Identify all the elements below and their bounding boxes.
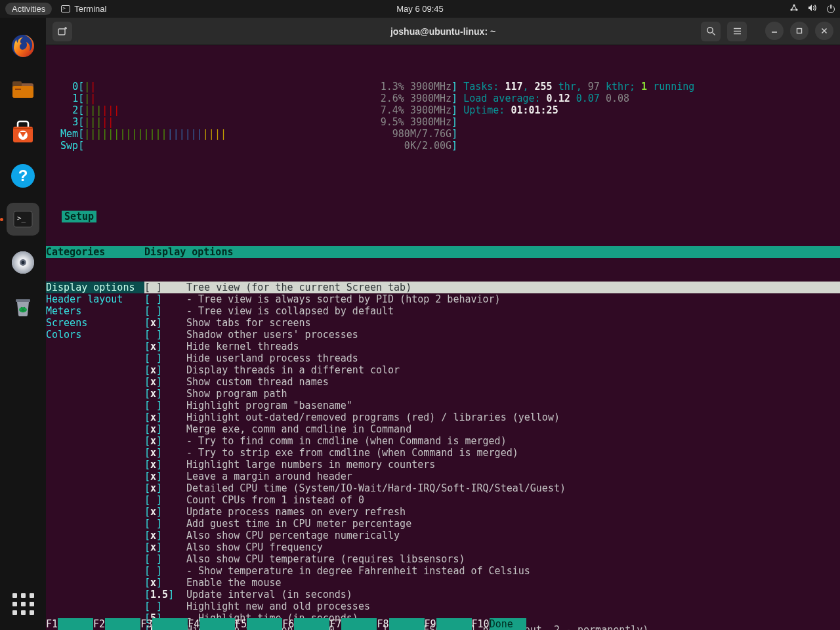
option-item[interactable]: [ ] Tree view (for the current Screen ta…	[144, 282, 840, 293]
fnkey[interactable]: F3	[140, 618, 188, 630]
fnkey[interactable]: F10Done	[472, 618, 526, 630]
option-item[interactable]: [x] Display threads in a different color	[144, 364, 840, 376]
option-item[interactable]: [x] Update process names on every refres…	[144, 506, 840, 518]
terminal-content[interactable]: 0[|| 1.3% 3900MHz] Tasks: 117, 255 thr, …	[46, 45, 840, 630]
setup-header: CategoriesDisplay options	[46, 246, 840, 258]
svg-point-17	[22, 261, 25, 264]
option-item[interactable]: [x] Hide kernel threads	[144, 341, 840, 352]
option-item[interactable]: [ ] Shadow other users' processes	[144, 329, 840, 341]
option-item[interactable]: [ ] Also show CPU temperature (requires …	[144, 553, 840, 565]
fnkey[interactable]: F4	[188, 618, 235, 630]
option-item[interactable]: [x] Show custom thread names	[144, 376, 840, 388]
fnkey[interactable]: F2	[93, 618, 140, 630]
svg-rect-18	[16, 299, 30, 302]
fnkey[interactable]: F8	[377, 618, 424, 630]
category-item[interactable]: Meters	[46, 305, 144, 317]
terminal-dock-icon[interactable]: >_	[7, 203, 39, 236]
category-item[interactable]: Screens	[46, 317, 144, 329]
power-icon[interactable]	[827, 5, 835, 13]
option-item[interactable]: [x] Detailed CPU time (System/IO-Wait/Ha…	[144, 482, 840, 494]
option-item[interactable]: [x] Merge exe, comm and cmdline in Comma…	[144, 423, 840, 435]
category-item[interactable]: Display options	[46, 282, 144, 293]
option-item[interactable]: [x] Highlight out-dated/removed programs…	[144, 411, 840, 423]
fnkey[interactable]: F7	[329, 618, 377, 630]
option-item[interactable]: [x] Show tabs for screens	[144, 317, 840, 329]
maximize-button[interactable]	[790, 22, 808, 40]
activities-button[interactable]: Activities	[5, 3, 52, 15]
fnkey[interactable]: F5	[235, 618, 282, 630]
option-item[interactable]: [x] Enable the mouse	[144, 577, 840, 589]
gnome-top-panel: Activities Terminal May 6 09:45	[0, 0, 840, 18]
option-item[interactable]: [x] - Try to strip exe from cmdline (whe…	[144, 447, 840, 459]
option-item[interactable]: [x] Also show CPU frequency	[144, 541, 840, 553]
files-icon[interactable]	[7, 73, 39, 106]
volume-icon[interactable]	[808, 3, 818, 14]
option-item[interactable]: [ ] - Tree view is collapsed by default	[144, 305, 840, 317]
fnkey[interactable]: F6	[282, 618, 329, 630]
svg-point-20	[707, 28, 712, 33]
svg-rect-19	[58, 29, 65, 35]
option-item[interactable]: [ ] Add guest time in CPU meter percenta…	[144, 518, 840, 530]
software-icon[interactable]	[7, 116, 39, 149]
show-apps-button[interactable]	[9, 589, 37, 618]
svg-rect-6	[12, 86, 33, 98]
option-item[interactable]: [ ] - Show temperature in degree Fahrenh…	[144, 565, 840, 577]
disc-icon[interactable]	[7, 246, 39, 279]
option-item[interactable]: [ ] Hide userland process threads	[144, 352, 840, 364]
fnkey[interactable]: F1	[46, 618, 93, 630]
category-item[interactable]: Colors	[46, 329, 144, 341]
svg-text:>_: >_	[17, 214, 26, 222]
svg-rect-5	[12, 81, 22, 87]
network-icon[interactable]	[789, 3, 799, 14]
svg-rect-7	[15, 89, 21, 90]
options-list[interactable]: [ ] Tree view (for the current Screen ta…	[144, 282, 840, 630]
option-item[interactable]: [x] Also show CPU percentage numerically	[144, 530, 840, 541]
terminal-icon	[61, 5, 70, 12]
help-icon[interactable]: ?	[7, 159, 39, 192]
function-key-bar: F1 F2 F3 F4 F5 F6 F7 F8 F9 F10Done	[46, 618, 840, 630]
option-item[interactable]: [ ] Highlight new and old processes	[144, 600, 840, 612]
option-item[interactable]: [x] Show program path	[144, 388, 840, 400]
close-button[interactable]	[815, 22, 833, 40]
option-item[interactable]: [ ] Highlight program "basename"	[144, 400, 840, 411]
option-item[interactable]: [x] - Try to find comm in cmdline (when …	[144, 435, 840, 447]
fnkey[interactable]: F9	[425, 618, 472, 630]
terminal-window: joshua@ubuntu-linux: ~ 0[||	[46, 18, 840, 630]
svg-rect-21	[797, 28, 802, 33]
dock: ? >_	[0, 18, 46, 630]
new-tab-button[interactable]	[52, 22, 72, 41]
window-title: joshua@ubuntu-linux: ~	[390, 26, 495, 37]
svg-text:?: ?	[18, 167, 28, 184]
option-item[interactable]: [ ] Count CPUs from 1 instead of 0	[144, 494, 840, 506]
category-item[interactable]: Header layout	[46, 293, 144, 305]
categories-list[interactable]: Display optionsHeader layoutMetersScreen…	[46, 282, 144, 630]
option-item[interactable]: [x] Highlight large numbers in memory co…	[144, 459, 840, 471]
firefox-icon[interactable]	[7, 30, 39, 62]
app-menu-label: Terminal	[74, 4, 106, 14]
window-titlebar: joshua@ubuntu-linux: ~	[46, 18, 840, 45]
minimize-button[interactable]	[765, 22, 784, 40]
setup-tab: Setup	[62, 211, 96, 222]
clock[interactable]: May 6 09:45	[396, 4, 444, 14]
trash-icon[interactable]	[7, 289, 39, 322]
app-menu[interactable]: Terminal	[61, 4, 106, 14]
option-item[interactable]: [x] Leave a margin around header	[144, 471, 840, 482]
option-item[interactable]: [ ] - Tree view is always sorted by PID …	[144, 293, 840, 305]
option-item[interactable]: [1.5] Update interval (in seconds)	[144, 589, 840, 600]
menu-button[interactable]	[727, 22, 747, 41]
search-button[interactable]	[701, 22, 721, 41]
